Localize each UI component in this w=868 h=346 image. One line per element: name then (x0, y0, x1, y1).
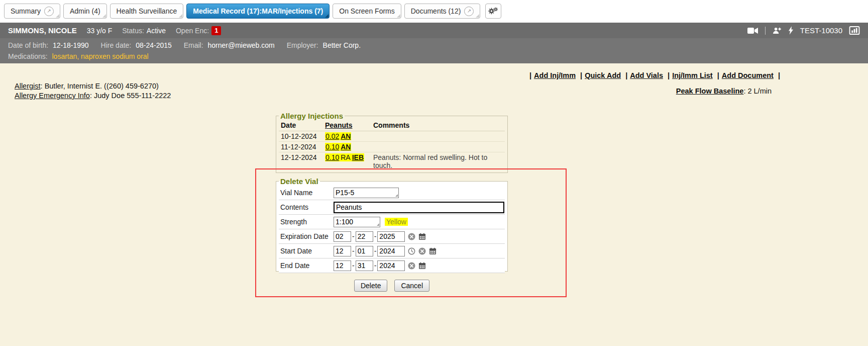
date-dash: - (374, 247, 377, 255)
lightning-bolt-icon[interactable] (788, 26, 794, 35)
email-value: horner@mieweb.com (207, 41, 274, 49)
reaction-code-link[interactable]: AN (341, 132, 351, 140)
contents-label: Contents (280, 203, 334, 211)
settings-gear-button[interactable] (485, 4, 501, 19)
peak-flow-value: : 2 L/min (743, 87, 772, 95)
cell-dose: 0.02AN (323, 131, 371, 142)
popout-icon[interactable]: ↗ (44, 7, 54, 16)
dose-link[interactable]: 0.10 (325, 143, 339, 151)
reaction-code-link[interactable]: IEB (352, 153, 364, 161)
cell-dose: 0.10AN (323, 142, 371, 152)
table-row: 11-12-2024 0.10AN (279, 142, 505, 152)
cell-dose: 0.10RAIEB (323, 152, 371, 171)
app-window: Summary ↗ Admin (4) Health Surveillance … (0, 0, 868, 346)
tab-documents-label: Documents (12) (411, 7, 461, 15)
strength-label: Strength (280, 218, 334, 226)
video-camera-icon[interactable] (747, 27, 758, 34)
peak-flow-link[interactable]: Peak Flow Baseline (676, 87, 744, 95)
calendar-icon[interactable] (418, 262, 426, 270)
divider (765, 27, 766, 35)
expiration-date-row: Expiration Date - - (279, 229, 505, 244)
dose-link[interactable]: 0.02 (325, 132, 339, 140)
contents-input[interactable] (334, 202, 504, 213)
start-date-row: Start Date - - (279, 244, 505, 258)
expiration-year-input[interactable] (377, 231, 405, 242)
tab-summary-label: Summary (11, 7, 41, 15)
bar-chart-icon[interactable] (849, 26, 860, 35)
start-month-input[interactable] (334, 246, 351, 256)
column-date: Date (279, 120, 323, 131)
allergist-line: Allergist: Butler, Internist E. ((260) 4… (15, 81, 171, 91)
cell-date: 11-12-2024 (279, 142, 323, 152)
table-row: 12-12-2024 0.10RAIEB Peanuts: Normal red… (279, 152, 505, 171)
clear-date-icon[interactable] (418, 247, 426, 255)
allergist-value: : Butler, Internist E. ((260) 459-6270) (41, 82, 159, 90)
end-year-input[interactable] (377, 261, 405, 271)
allergy-injections-panel: Allergy Injections Date Peanuts Comments… (276, 112, 508, 173)
date-dash: - (374, 232, 377, 240)
add-person-icon[interactable] (772, 27, 782, 34)
delete-vial-panel: Delete Vial Vial Name Contents Strength … (276, 177, 508, 272)
allergy-emergency-link[interactable]: Allergy Emergency Info (15, 92, 90, 100)
open-enc-badge[interactable]: 1 (211, 26, 221, 35)
tab-medical-record-label: Medical Record (17):MAR/Injections (7) (193, 7, 323, 15)
clear-date-icon[interactable] (408, 233, 415, 240)
tab-summary[interactable]: Summary ↗ (4, 4, 60, 19)
vial-name-label: Vial Name (280, 189, 334, 197)
tab-documents[interactable]: Documents (12) ↗ (404, 4, 481, 19)
start-day-input[interactable] (356, 246, 373, 256)
link-add-document[interactable]: Add Document (722, 71, 774, 79)
medication-separator: , (77, 52, 81, 60)
popout-icon[interactable]: ↗ (464, 7, 474, 16)
patient-name: SIMMONS, NICOLE (8, 26, 77, 35)
clear-date-icon[interactable] (408, 262, 415, 270)
tab-on-screen-forms[interactable]: On Screen Forms (333, 4, 401, 19)
link-quick-add[interactable]: Quick Add (585, 71, 621, 79)
dose-link[interactable]: 0.10 (325, 153, 339, 161)
allergy-emergency-value: : Judy Doe 555-111-2222 (90, 92, 171, 100)
calendar-icon[interactable] (418, 233, 426, 240)
injections-table: Date Peanuts Comments 10-12-2024 0.02AN (279, 120, 505, 170)
tab-admin[interactable]: Admin (4) (63, 4, 107, 19)
link-inj-imm-list[interactable]: Inj/Imm List (672, 71, 713, 79)
email-label: Email: (184, 41, 203, 49)
start-year-input[interactable] (377, 246, 405, 256)
tab-medical-record[interactable]: Medical Record (17):MAR/Injections (7) (186, 4, 330, 19)
link-separator: | (778, 71, 780, 79)
allergy-injections-legend: Allergy Injections (279, 112, 345, 120)
dose-highlight: 0.02AN (325, 132, 351, 140)
cell-date: 12-12-2024 (279, 152, 323, 171)
dob-label: Date of birth: (8, 41, 48, 49)
link-add-inj-imm[interactable]: Add Inj/Imm (534, 71, 576, 79)
link-add-vials[interactable]: Add Vials (630, 71, 663, 79)
medication-link[interactable]: losartan (52, 52, 77, 60)
delete-vial-actions: Delete Cancel (276, 280, 508, 292)
expiration-date-label: Expiration Date (280, 232, 334, 240)
tab-health-surveillance[interactable]: Health Surveillance (110, 4, 184, 19)
expiration-month-input[interactable] (334, 231, 351, 242)
reaction-code-link[interactable]: AN (341, 143, 351, 151)
strength-input[interactable] (334, 217, 380, 227)
link-separator: | (717, 71, 719, 79)
calendar-icon[interactable] (429, 247, 437, 255)
gear-icon (488, 7, 498, 16)
medication-link[interactable]: naproxen sodium oral (81, 52, 149, 60)
column-comments: Comments (371, 120, 505, 131)
end-day-input[interactable] (356, 261, 373, 271)
dose-highlight: 0.10AN (325, 143, 351, 151)
link-separator: | (668, 71, 670, 79)
delete-button[interactable]: Delete (354, 280, 387, 292)
column-peanuts-link[interactable]: Peanuts (323, 120, 371, 131)
color-tag: Yellow (385, 218, 408, 226)
end-date-label: End Date (280, 262, 334, 270)
cancel-button[interactable]: Cancel (394, 280, 429, 292)
clock-icon[interactable] (408, 247, 415, 255)
link-separator: | (580, 71, 582, 79)
vial-name-input[interactable] (334, 188, 399, 198)
header-actions: TEST-10030 (747, 26, 860, 35)
allergist-link[interactable]: Allergist (15, 82, 41, 90)
end-month-input[interactable] (334, 261, 351, 271)
tab-bar: Summary ↗ Admin (4) Health Surveillance … (0, 0, 868, 23)
employer-value: Better Corp. (323, 41, 361, 49)
expiration-day-input[interactable] (356, 231, 373, 242)
